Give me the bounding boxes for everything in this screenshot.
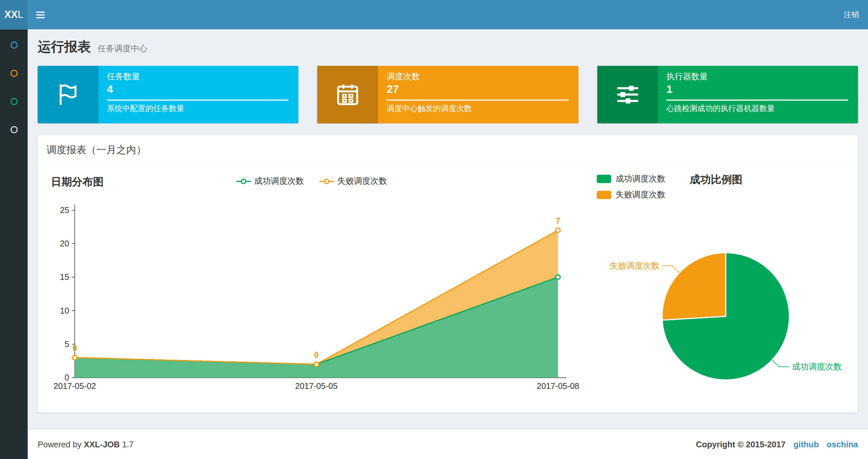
- date-distribution-section: 日期分布图 成功调度次数失败调度次数 05101520252017-05-022…: [49, 169, 597, 401]
- info-box-content: 执行器数量 1 心跳检测成功的执行器机器数量: [658, 66, 858, 123]
- navbar-spacer: [53, 0, 835, 29]
- info-box-label: 任务数量: [107, 71, 288, 82]
- sidebar: [0, 29, 28, 459]
- info-box-description: 系统中配置的任务数量: [107, 104, 288, 114]
- info-box-row: 任务数量 4 系统中配置的任务数量: [38, 66, 858, 123]
- github-link[interactable]: github: [793, 439, 818, 449]
- info-box-content: 任务数量 4 系统中配置的任务数量: [98, 66, 299, 123]
- page-title: 运行报表: [38, 38, 91, 56]
- info-box-value: 27: [386, 83, 568, 96]
- sliders-icon: [615, 82, 640, 107]
- xxl-job-dashboard: XXL 注销 运行报表 任务调度中心: [0, 0, 868, 459]
- app-logo[interactable]: XXL: [0, 0, 28, 29]
- svg-text:25: 25: [60, 205, 69, 215]
- svg-text:5: 5: [65, 339, 69, 349]
- svg-text:0: 0: [72, 343, 77, 353]
- svg-text:15: 15: [60, 272, 69, 282]
- svg-text:10: 10: [60, 306, 69, 315]
- line-legend-item-0[interactable]: 成功调度次数: [237, 176, 304, 186]
- date-distribution-chart: 05101520252017-05-022017-05-052017-05-08…: [49, 195, 597, 394]
- panel-title: 调度报表（一月之内）: [38, 135, 858, 165]
- info-box-description: 调度中心触发的调度次数: [386, 104, 568, 114]
- page-subtitle: 任务调度中心: [98, 44, 148, 53]
- info-box-trigger-count: 调度次数 27 调度中心触发的调度次数: [317, 66, 578, 123]
- circle-icon: [10, 70, 18, 77]
- info-box-label: 调度次数: [386, 71, 568, 82]
- pie-chart-title: 成功比例图: [690, 173, 742, 187]
- sidebar-item-job-manage[interactable]: [0, 59, 28, 87]
- svg-text:2017-05-08: 2017-05-08: [537, 382, 579, 391]
- sidebar-item-report[interactable]: [0, 31, 28, 59]
- info-box-icon-area: [38, 66, 98, 123]
- calendar-icon: [335, 82, 361, 107]
- legend-swatch-icon: [597, 175, 611, 183]
- svg-text:失败调度次数: 失败调度次数: [610, 261, 659, 270]
- svg-text:成功调度次数: 成功调度次数: [792, 362, 842, 371]
- circle-icon: [10, 98, 18, 105]
- info-box-description: 心跳检测成功的执行器机器数量: [666, 104, 848, 114]
- footer: Powered by XXL-JOB 1.7 Copyright © 2015-…: [28, 428, 868, 459]
- svg-text:0: 0: [314, 350, 319, 359]
- footer-right: Copyright © 2015-2017 github oschina: [696, 439, 858, 449]
- legend-label: 失败调度次数: [337, 176, 387, 186]
- pie-legend-item-1[interactable]: 失败调度次数: [597, 190, 665, 200]
- info-box-icon-area: [597, 66, 658, 123]
- svg-text:2017-05-05: 2017-05-05: [295, 382, 338, 391]
- line-chart-legend: 成功调度次数失败调度次数: [229, 176, 395, 186]
- sidebar-item-executor[interactable]: [0, 116, 28, 144]
- info-box-content: 调度次数 27 调度中心触发的调度次数: [378, 66, 578, 123]
- svg-text:2017-05-02: 2017-05-02: [54, 382, 96, 391]
- svg-text:7: 7: [556, 216, 560, 225]
- pie-chart-header: 成功调度次数失败调度次数 成功比例图: [597, 169, 850, 205]
- legend-swatch-icon: [597, 191, 611, 199]
- legend-label: 成功调度次数: [254, 176, 304, 186]
- schedule-report-panel: 调度报表（一月之内） 日期分布图 成功调度次数失败调度次数 0510152025…: [38, 135, 858, 413]
- line-legend-item-1[interactable]: 失败调度次数: [320, 176, 387, 186]
- circle-icon: [10, 126, 18, 133]
- legend-label: 失败调度次数: [616, 190, 665, 200]
- powered-by-prefix: Powered by: [38, 439, 82, 449]
- pie-chart-legend: 成功调度次数失败调度次数: [597, 174, 665, 206]
- panel-body: 日期分布图 成功调度次数失败调度次数 05101520252017-05-022…: [38, 165, 858, 413]
- circle-icon: [10, 41, 18, 49]
- copyright-text: Copyright © 2015-2017: [696, 439, 785, 449]
- svg-text:0: 0: [65, 373, 69, 382]
- info-box-progress-bar: [386, 100, 568, 101]
- logo-text-bold: XX: [4, 9, 18, 20]
- main-area: 运行报表 任务调度中心 任务数量 4 系统中: [28, 29, 868, 459]
- line-chart-header: 日期分布图 成功调度次数失败调度次数: [49, 169, 597, 194]
- top-navbar: XXL 注销: [0, 0, 868, 29]
- info-box-job-count: 任务数量 4 系统中配置的任务数量: [38, 66, 299, 123]
- success-ratio-chart: 成功调度次数失败调度次数: [597, 206, 850, 399]
- line-marker-icon: [237, 178, 251, 184]
- sidebar-toggle-button[interactable]: [28, 0, 53, 29]
- content: 运行报表 任务调度中心 任务数量 4 系统中: [28, 29, 868, 428]
- pie-legend-item-0[interactable]: 成功调度次数: [597, 174, 665, 184]
- powered-by: Powered by XXL-JOB 1.7: [38, 439, 134, 449]
- success-ratio-section: 成功调度次数失败调度次数 成功比例图 成功调度次数失败调度次数: [597, 169, 850, 401]
- line-marker-icon: [320, 178, 334, 184]
- app-name: XXL-JOB: [84, 439, 120, 449]
- line-chart-title: 日期分布图: [49, 176, 104, 188]
- app-version: 1.7: [122, 439, 134, 449]
- info-box-icon-area: [317, 66, 378, 123]
- logo-text-rest: L: [18, 9, 23, 20]
- svg-text:20: 20: [60, 239, 69, 248]
- flag-icon: [55, 82, 81, 107]
- legend-label: 成功调度次数: [616, 174, 665, 184]
- oschina-link[interactable]: oschina: [827, 439, 858, 449]
- info-box-progress-bar: [107, 100, 288, 101]
- info-box-label: 执行器数量: [666, 71, 848, 82]
- content-header: 运行报表 任务调度中心: [38, 29, 858, 66]
- hamburger-icon: [36, 11, 44, 18]
- sidebar-item-job-log[interactable]: [0, 87, 28, 116]
- info-box-executor-count: 执行器数量 1 心跳检测成功的执行器机器数量: [597, 66, 858, 123]
- info-box-progress-bar: [666, 100, 848, 101]
- info-box-value: 1: [666, 83, 848, 96]
- logout-link[interactable]: 注销: [835, 0, 868, 29]
- info-box-value: 4: [107, 83, 288, 96]
